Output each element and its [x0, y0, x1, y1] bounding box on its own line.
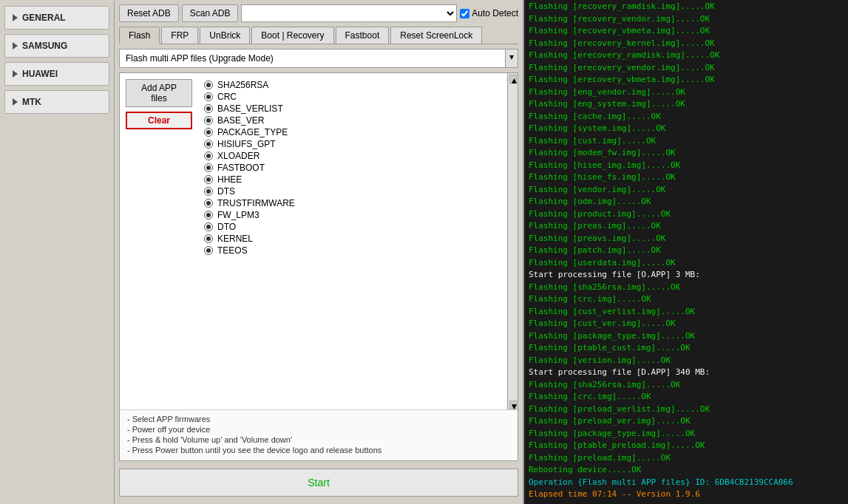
log-line: Flashing [package_type.img].....OK [529, 330, 844, 343]
log-panel[interactable]: Flashing [recovery_ramdisk.img].....OKFl… [523, 0, 848, 504]
log-line: Flashing [cust_verlist.img].....OK [529, 306, 844, 319]
list-item[interactable]: BASE_VERLIST [204, 103, 504, 115]
start-btn-wrap: Start [119, 466, 518, 500]
file-item-label: TEEOS [217, 245, 248, 256]
instruction-line: - Press Power button until you see the d… [127, 446, 510, 454]
log-line: Flashing [preload.img].....OK [529, 452, 844, 465]
file-list-scrollbar[interactable]: ▲ ▼ [507, 73, 518, 409]
instruction-panel: - Select APP firmwares- Power off your d… [120, 409, 518, 460]
log-line: Flashing [hisee_fs.img].....OK [529, 171, 844, 184]
log-line: Flashing [eng_vendor.img].....OK [529, 86, 844, 99]
file-item-label: DTS [217, 186, 235, 197]
sidebar-item-huawei[interactable]: HUAWEI [4, 62, 109, 86]
auto-detect-label: Auto Detect [472, 8, 518, 18]
device-dropdown[interactable] [241, 4, 457, 22]
instruction-line: - Select APP firmwares [127, 415, 510, 423]
file-item-label: BASE_VERLIST [217, 103, 283, 114]
mode-select[interactable]: Flash multi APP files (Upgrade Mode) [119, 49, 506, 68]
auto-detect-wrap: Auto Detect [460, 8, 518, 18]
list-item[interactable]: HISIUFS_GPT [204, 138, 504, 150]
file-item-label: HHEE [217, 174, 242, 185]
tab-fastboot[interactable]: Fastboot [336, 27, 390, 44]
clear-button[interactable]: Clear [126, 112, 192, 129]
log-line: Flashing [ptable_cust.img].....OK [529, 342, 844, 355]
sidebar-item-mtk[interactable]: MTK [4, 90, 109, 114]
sidebar: GENERALSAMSUNGHUAWEIMTK [0, 0, 115, 504]
main-panel: Reset ADB Scan ADB Auto Detect FlashFRPU… [115, 0, 523, 504]
list-item[interactable]: FASTBOOT [204, 162, 504, 174]
content-panel: Add APP files Clear SHA256RSACRCBASE_VER… [119, 72, 518, 461]
tab-reset_screenlock[interactable]: Reset ScreenLock [390, 27, 482, 44]
file-list: SHA256RSACRCBASE_VERLISTBASE_VERPACKAGE_… [201, 73, 507, 409]
log-line: Flashing [eng_system.img].....OK [529, 98, 844, 111]
panel-upper: Add APP files Clear SHA256RSACRCBASE_VER… [120, 73, 518, 409]
file-radio-icon [204, 116, 213, 125]
log-line: Flashing [erecovery_ramdisk.img].....OK [529, 50, 844, 62]
log-line: Operation {Flash multi APP files} ID: 6D… [529, 477, 844, 489]
file-radio-icon [204, 92, 213, 101]
tab-boot_recovery[interactable]: Boot | Recovery [251, 27, 333, 44]
sidebar-item-label-general: GENERAL [22, 13, 66, 23]
mode-dropdown-arrow[interactable]: ▾ [506, 49, 518, 68]
list-item[interactable]: XLOADER [204, 150, 504, 162]
file-item-label: DTO [217, 222, 236, 232]
samsung-arrow-icon [13, 42, 18, 50]
log-line: Flashing [hisee_img.img].....OK [529, 160, 844, 172]
log-line: Flashing [preload_verlist.img].....OK [529, 403, 844, 416]
log-line: Flashing [vendor.img].....OK [529, 184, 844, 197]
list-item[interactable]: TEEOS [204, 245, 504, 256]
list-item[interactable]: SHA256RSA [204, 79, 504, 91]
list-item[interactable]: FW_LPM3 [204, 209, 504, 221]
file-item-label: PACKAGE_TYPE [217, 127, 288, 137]
file-item-label: XLOADER [217, 151, 260, 161]
file-radio-icon [204, 81, 213, 89]
file-item-label: BASE_VER [217, 115, 264, 126]
log-line: Start processing file [D.APP] 340 MB: [529, 367, 844, 379]
mtk-arrow-icon [13, 98, 18, 106]
sidebar-item-general[interactable]: GENERAL [4, 6, 109, 30]
list-item[interactable]: DTO [204, 221, 504, 233]
log-line: Flashing [preas.img].....OK [529, 220, 844, 233]
list-item[interactable]: PACKAGE_TYPE [204, 126, 504, 138]
file-radio-icon [204, 234, 213, 243]
tab-unbrick[interactable]: UnBrick [200, 27, 250, 44]
tab-flash[interactable]: Flash [119, 27, 160, 44]
sidebar-item-label-huawei: HUAWEI [22, 69, 58, 79]
log-line: Flashing [package_type.img].....OK [529, 428, 844, 440]
list-item[interactable]: CRC [204, 91, 504, 103]
sidebar-item-samsung[interactable]: SAMSUNG [4, 34, 109, 58]
log-line: Flashing [preload_ver.img].....OK [529, 415, 844, 428]
list-item[interactable]: HHEE [204, 174, 504, 185]
list-item[interactable]: BASE_VER [204, 115, 504, 126]
list-item[interactable]: TRUSTFIRMWARE [204, 197, 504, 209]
file-item-label: CRC [217, 92, 237, 102]
file-radio-icon [204, 211, 213, 219]
file-radio-icon [204, 140, 213, 149]
file-radio-icon [204, 222, 213, 231]
huawei-arrow-icon [13, 70, 18, 78]
log-line: Flashing [cust.img].....OK [529, 135, 844, 148]
instruction-line: - Power off your device [127, 425, 510, 434]
auto-detect-checkbox[interactable] [460, 9, 469, 18]
log-line: Flashing [erecovery_vbmeta.img].....OK [529, 74, 844, 86]
left-button-col: Add APP files Clear [120, 73, 201, 409]
add-app-files-button[interactable]: Add APP files [126, 79, 192, 107]
log-line: Flashing [erecovery_kernel.img].....OK [529, 38, 844, 50]
tab-frp[interactable]: FRP [161, 27, 198, 44]
top-bar: Reset ADB Scan ADB Auto Detect [119, 4, 518, 22]
general-arrow-icon [13, 14, 18, 21]
start-button[interactable]: Start [119, 469, 518, 497]
mode-bar: Flash multi APP files (Upgrade Mode) ▾ [119, 49, 518, 68]
log-line: Flashing [cust_ver.img].....OK [529, 318, 844, 330]
log-line: Elapsed time 07:14 -- Version 1.9.6 [529, 488, 844, 501]
scan-adb-button[interactable]: Scan ADB [182, 4, 239, 22]
file-radio-icon [204, 128, 213, 137]
log-line: Flashing [system.img].....OK [529, 123, 844, 135]
list-item[interactable]: KERNEL [204, 233, 504, 245]
list-item[interactable]: DTS [204, 185, 504, 197]
reset-adb-button[interactable]: Reset ADB [119, 4, 179, 22]
file-radio-icon [204, 151, 213, 160]
log-line: Flashing [preavs.img].....OK [529, 233, 844, 245]
log-line: Flashing [userdata.img].....OK [529, 257, 844, 270]
file-radio-icon [204, 199, 213, 208]
